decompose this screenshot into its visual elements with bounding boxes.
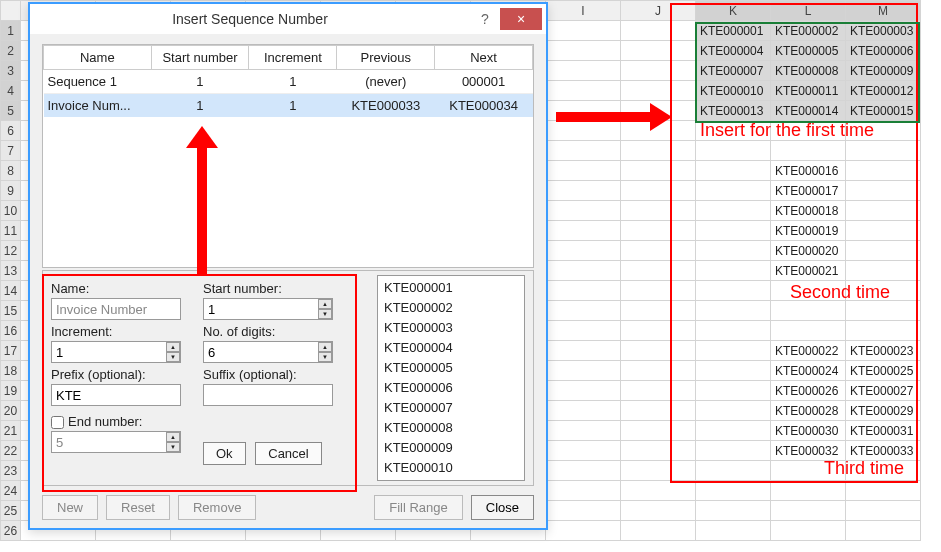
row-header[interactable]: 25	[1, 501, 21, 521]
cell[interactable]: KTE000033	[846, 441, 921, 461]
cell[interactable]	[621, 361, 696, 381]
cell[interactable]	[696, 181, 771, 201]
col-next[interactable]: Next	[435, 46, 533, 70]
cell[interactable]	[621, 201, 696, 221]
cell[interactable]	[621, 221, 696, 241]
row-header[interactable]: 16	[1, 321, 21, 341]
fill-range-button[interactable]: Fill Range	[374, 495, 463, 520]
cell[interactable]	[546, 221, 621, 241]
digits-field[interactable]	[203, 341, 333, 363]
cell[interactable]	[846, 301, 921, 321]
cell[interactable]	[696, 201, 771, 221]
row-header[interactable]: 17	[1, 341, 21, 361]
close-button[interactable]: Close	[471, 495, 534, 520]
cell[interactable]	[546, 301, 621, 321]
cell[interactable]	[771, 521, 846, 541]
cell[interactable]	[846, 501, 921, 521]
cell[interactable]: KTE000007	[696, 61, 771, 81]
cell[interactable]	[696, 261, 771, 281]
spin-down-icon[interactable]: ▼	[166, 442, 180, 452]
row-header[interactable]: 14	[1, 281, 21, 301]
cell[interactable]: KTE000011	[771, 81, 846, 101]
col-header[interactable]: L	[771, 1, 846, 21]
table-row[interactable]: Sequence 1 1 1 (never) 000001	[44, 70, 533, 94]
cell[interactable]	[621, 441, 696, 461]
cell[interactable]: KTE000002	[771, 21, 846, 41]
col-increment[interactable]: Increment	[249, 46, 337, 70]
end-number-field[interactable]	[51, 431, 181, 453]
cell[interactable]	[621, 281, 696, 301]
help-button[interactable]: ?	[470, 11, 500, 27]
row-header[interactable]: 4	[1, 81, 21, 101]
cell[interactable]	[846, 161, 921, 181]
cell[interactable]	[696, 361, 771, 381]
cell[interactable]	[696, 281, 771, 301]
spin-up-icon[interactable]: ▲	[166, 432, 180, 442]
cell[interactable]	[546, 61, 621, 81]
cell[interactable]	[696, 441, 771, 461]
cell[interactable]	[546, 201, 621, 221]
cell[interactable]: KTE000009	[846, 61, 921, 81]
cell[interactable]: KTE000028	[771, 401, 846, 421]
cell[interactable]	[696, 301, 771, 321]
cell[interactable]: KTE000001	[696, 21, 771, 41]
cell[interactable]: KTE000029	[846, 401, 921, 421]
cell[interactable]: KTE000022	[771, 341, 846, 361]
cell[interactable]	[546, 141, 621, 161]
row-header[interactable]: 12	[1, 241, 21, 261]
cell[interactable]	[546, 401, 621, 421]
cell[interactable]	[546, 181, 621, 201]
row-header[interactable]: 3	[1, 61, 21, 81]
cell[interactable]	[696, 481, 771, 501]
col-start[interactable]: Start number	[151, 46, 249, 70]
row-header[interactable]: 24	[1, 481, 21, 501]
cell[interactable]	[546, 281, 621, 301]
cell[interactable]	[771, 461, 846, 481]
cell[interactable]: KTE000018	[771, 201, 846, 221]
cell[interactable]	[621, 321, 696, 341]
reset-button[interactable]: Reset	[106, 495, 170, 520]
cell[interactable]	[546, 501, 621, 521]
cell[interactable]	[696, 161, 771, 181]
col-header[interactable]: I	[546, 1, 621, 21]
cell[interactable]: KTE000015	[846, 101, 921, 121]
cell[interactable]	[621, 241, 696, 261]
cell[interactable]	[546, 361, 621, 381]
cell[interactable]	[621, 81, 696, 101]
cell[interactable]	[546, 341, 621, 361]
cell[interactable]	[846, 201, 921, 221]
cell[interactable]	[771, 141, 846, 161]
sequence-list[interactable]: Name Start number Increment Previous Nex…	[42, 44, 534, 268]
cell[interactable]	[771, 301, 846, 321]
row-header[interactable]: 11	[1, 221, 21, 241]
cell[interactable]: KTE000023	[846, 341, 921, 361]
cell[interactable]: KTE000020	[771, 241, 846, 261]
cell[interactable]	[546, 321, 621, 341]
cell[interactable]	[696, 121, 771, 141]
cell[interactable]	[621, 21, 696, 41]
col-header[interactable]: K	[696, 1, 771, 21]
row-header[interactable]: 19	[1, 381, 21, 401]
cell[interactable]	[846, 281, 921, 301]
cell[interactable]	[546, 21, 621, 41]
cell[interactable]	[621, 381, 696, 401]
cell[interactable]	[546, 161, 621, 181]
cell[interactable]	[846, 221, 921, 241]
cell[interactable]	[621, 461, 696, 481]
col-header[interactable]: M	[846, 1, 921, 21]
cell[interactable]	[546, 261, 621, 281]
cell[interactable]	[846, 121, 921, 141]
row-header[interactable]: 6	[1, 121, 21, 141]
cell[interactable]: KTE000006	[846, 41, 921, 61]
spin-up-icon[interactable]: ▲	[318, 299, 332, 309]
col-header[interactable]	[1, 1, 21, 21]
cell[interactable]	[696, 221, 771, 241]
cell[interactable]	[846, 481, 921, 501]
cell[interactable]	[621, 301, 696, 321]
row-header[interactable]: 9	[1, 181, 21, 201]
row-header[interactable]: 7	[1, 141, 21, 161]
cell[interactable]	[621, 181, 696, 201]
cell[interactable]	[546, 421, 621, 441]
cell[interactable]: KTE000017	[771, 181, 846, 201]
cell[interactable]	[546, 521, 621, 541]
